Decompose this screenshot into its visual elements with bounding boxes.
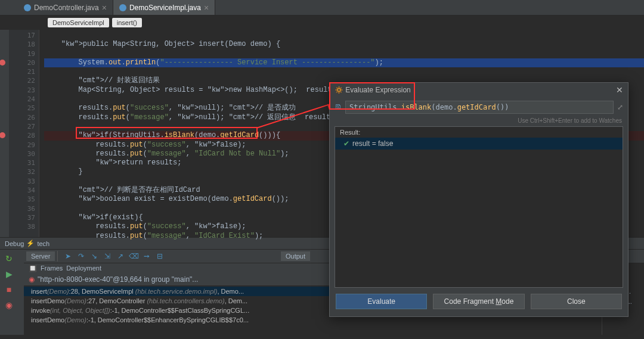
- close-icon[interactable]: ×: [204, 3, 209, 13]
- tab-label: DemoServiceImpl.java: [129, 4, 201, 12]
- debug-label: Debug: [5, 240, 24, 247]
- result-label: Result:: [335, 127, 623, 138]
- debug-inner-tabs: Server: [24, 250, 57, 262]
- debug-side-toolbar: ↻ ▶ ■ ◉: [0, 250, 24, 335]
- close-icon[interactable]: ✕: [616, 85, 623, 95]
- tab-label: DemoController.java: [34, 4, 99, 12]
- editor-tabs: DemoController.java × DemoServiceImpl.ja…: [0, 0, 644, 15]
- evaluate-button[interactable]: Evaluate: [336, 294, 427, 309]
- result-panel: Result: ✔ result = false: [335, 126, 623, 288]
- evaluate-expression-dialog: 🔅 Evaluate Expression ✕ 🖻 StringUtils.is…: [329, 82, 628, 317]
- java-class-icon: [119, 4, 126, 11]
- drop-frame-icon[interactable]: ⌫: [128, 251, 139, 262]
- gutter[interactable]: 1718192021222324252627282930313233343536…: [9, 30, 39, 237]
- highlight-annotation: [329, 82, 415, 110]
- tab-democontroller[interactable]: DemoController.java ×: [18, 0, 113, 15]
- hint-text: Use Ctrl+Shift+Enter to add to Watches: [330, 117, 628, 126]
- expand-icon[interactable]: ⤢: [617, 103, 623, 111]
- show-execution-point-icon[interactable]: ➤: [63, 251, 73, 262]
- check-icon: ✔: [343, 139, 349, 148]
- breadcrumb-method[interactable]: insert(): [112, 18, 142, 27]
- force-step-into-icon[interactable]: ⇲: [102, 251, 113, 262]
- code-fragment-mode-button[interactable]: Code Fragment Mode: [433, 294, 524, 309]
- highlight-annotation: [76, 127, 258, 139]
- frames-icon: 🔲: [29, 265, 37, 272]
- tab-demoserviceimpl[interactable]: DemoServiceImpl.java ×: [113, 0, 215, 15]
- server-tab[interactable]: Server: [26, 251, 55, 261]
- rerun-button[interactable]: ↻: [2, 252, 16, 265]
- evaluate-expression-icon[interactable]: ⊟: [154, 251, 165, 262]
- close-icon[interactable]: ×: [102, 3, 107, 13]
- dialog-buttons: Evaluate Code Fragment Mode Close: [330, 288, 628, 316]
- bug-icon: ⚡: [26, 240, 35, 247]
- run-to-cursor-icon[interactable]: ➙: [141, 251, 152, 262]
- java-class-icon: [24, 4, 31, 11]
- thread-icon: ◉: [29, 275, 35, 284]
- run-config[interactable]: tech: [37, 240, 49, 247]
- step-into-icon[interactable]: ↘: [89, 251, 100, 262]
- frames-label[interactable]: Frames: [41, 265, 63, 272]
- resume-button[interactable]: ▶: [2, 268, 16, 281]
- close-button[interactable]: Close: [531, 294, 622, 309]
- stop-button[interactable]: ■: [2, 283, 16, 296]
- stepping-toolbar: ➤ ↷ ↘ ⇲ ↗ ⌫ ➙ ⊟: [58, 250, 170, 263]
- step-out-icon[interactable]: ↗: [115, 251, 126, 262]
- view-breakpoints-button[interactable]: ◉: [2, 298, 16, 312]
- step-over-icon[interactable]: ↷: [76, 251, 86, 262]
- output-tab[interactable]: Output: [281, 251, 310, 261]
- result-text: result = false: [352, 139, 393, 148]
- deployment-label[interactable]: Deployment: [66, 265, 101, 272]
- breadcrumb: DemoServiceImpl insert(): [0, 15, 644, 30]
- result-value-row[interactable]: ✔ result = false: [335, 138, 623, 150]
- breadcrumb-class[interactable]: DemoServiceImpl: [48, 18, 109, 27]
